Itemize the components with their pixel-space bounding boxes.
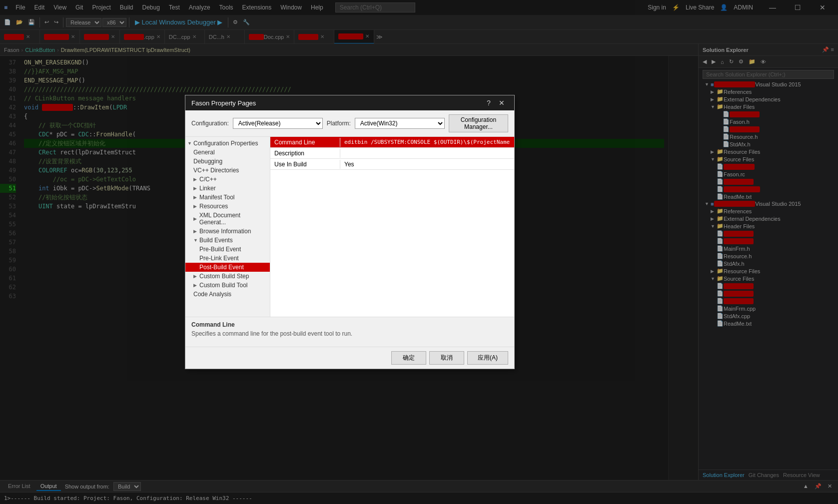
se-back-icon[interactable]: ◀ [701,57,709,66]
menu-view[interactable]: View [49,2,70,13]
se-item-headerfiles1[interactable]: ▼ 📁 Header Files [699,103,838,110]
toolbar-icon-save[interactable]: 💾 [26,18,37,26]
se-footer-tab-resview[interactable]: Resource View [783,472,820,478]
dialog-tree-codeanalysis[interactable]: Code Analysis [185,290,270,299]
toolbar-icon-new[interactable]: 📄 [2,18,13,26]
se-item-readme1[interactable]: 📄 ReadMe.txt [699,193,838,200]
dialog-tree-resources[interactable]: ▶ Resources [185,202,270,211]
dialog-prop-cmdline[interactable]: Command Line editbin /SUBSYSTEM:CONSOLE … [270,137,514,148]
se-item-solution2[interactable]: ▼ ■ xxxxxxxxxxxxxxx Visual Studio 2015 [699,200,838,207]
tab-close-8[interactable]: ✕ [365,33,369,39]
menu-file[interactable]: File [11,2,29,13]
live-share-label[interactable]: Live Share [686,4,714,11]
sign-in-label[interactable]: Sign in [648,4,666,11]
output-source-selector[interactable]: Build [113,482,141,491]
se-pin-icon[interactable]: 📌 [822,46,829,53]
toolbar-icon-misc2[interactable]: 🔧 [241,18,252,26]
title-search-input[interactable] [335,2,415,12]
dialog-prop-useinbuild[interactable]: Use In Build Yes [270,159,514,170]
tab-close-4[interactable]: ✕ [192,34,196,39]
se-item-hfiles2[interactable]: ▼ 📁 Header Files [699,222,838,230]
se-item-fasonh[interactable]: 📄 Fason.h [699,118,838,125]
tab-7[interactable]: xx✕ [294,30,334,44]
toolbar-icon-undo[interactable]: ↩ [42,18,51,26]
tab-close-2[interactable]: ✕ [111,34,115,39]
config-selector[interactable]: Release Debug [66,18,101,27]
se-item-mainfrm-h[interactable]: 📄 MainFrm.h [699,245,838,252]
se-item-stdafx[interactable]: 📄 StdAfx.h [699,140,838,148]
tab-5[interactable]: DC...h✕ [205,30,245,44]
output-pin-icon[interactable]: 📌 [813,482,824,491]
tab-close-0[interactable]: ✕ [26,34,30,39]
se-home-icon[interactable]: ⌂ [719,58,726,66]
se-item-stdafxcpp[interactable]: 📄 StdAfx.cpp [699,312,838,320]
dialog-tree-custombuildtool[interactable]: ▶ Custom Build Tool [185,281,270,290]
output-up-icon[interactable]: ▲ [801,482,811,491]
dialog-cancel-button[interactable]: 取消 [429,351,464,365]
menu-edit[interactable]: Edit [30,2,49,13]
se-item-extdep2[interactable]: ▶ 📁 External Dependencies [699,215,838,222]
run-debugger-button[interactable]: ▶ Local Windows Debugger ▶ [132,17,225,27]
se-item-h2b[interactable]: 📄 xxxxxxxx [699,237,838,245]
dialog-config-manager-button[interactable]: Configuration Manager... [449,114,508,132]
menu-extensions[interactable]: Extensions [238,2,276,13]
se-item-mainfrm-cpp[interactable]: 📄 MainFrm.cpp [699,305,838,312]
se-preview-icon[interactable]: 👁 [759,58,768,66]
toolbar-icon-misc1[interactable]: ⚙ [231,18,240,26]
se-item-h2a[interactable]: 📄 xxxxxxxx [699,230,838,237]
tab-1[interactable]: xx✕ [40,30,80,44]
toolbar-icon-redo[interactable]: ↪ [52,18,60,26]
se-item-stdafx2h[interactable]: 📄 StdAfx.h [699,260,838,267]
se-footer-tab-git[interactable]: Git Changes [749,472,779,478]
se-item-resourceh[interactable]: 📄 Resource.h [699,133,838,140]
tab-close-1[interactable]: ✕ [71,34,75,39]
tabs-overflow-button[interactable]: ≫ [374,33,385,40]
maximize-button[interactable]: ☐ [786,0,809,15]
se-forward-icon[interactable]: ▶ [710,57,718,66]
tab-8[interactable]: xx✕ [334,30,374,44]
output-tab-errors[interactable]: Error List [4,482,34,491]
se-item-src2c[interactable]: 📄 xxxxxxxx [699,297,838,305]
dialog-ok-button[interactable]: 确定 [391,351,426,365]
dialog-apply-button[interactable]: 应用(A) [467,351,508,365]
se-item-externaldeps1[interactable]: ▶ 📁 External Dependencies [699,95,838,103]
dialog-tree-prebuild[interactable]: Pre-Build Event [185,245,270,254]
dialog-prop-cmdline-value[interactable]: editbin /SUBSYSTEM:CONSOLE $(OUTDIR)\$(P… [340,138,514,146]
se-item-hfile2[interactable]: 📄 xxxxxxxx [699,125,838,133]
menu-analyze[interactable]: Analyze [185,2,214,13]
tab-close-7[interactable]: ✕ [320,34,324,39]
toolbar-icon-open[interactable]: 📂 [14,18,25,26]
property-pages-dialog[interactable]: Fason Property Pages ? ✕ Configuration: … [185,95,515,369]
dialog-tree-general[interactable]: General [185,148,270,157]
menu-git[interactable]: Git [71,2,87,13]
close-button[interactable]: ✕ [811,0,834,15]
dialog-platform-selector[interactable]: Active(Win32) Win32 x64 [355,118,445,129]
se-item-fasonrc[interactable]: 📄 Fason.rc [699,170,838,178]
dialog-config-selector[interactable]: Active(Release) Release Debug [233,118,323,129]
menu-build[interactable]: Build [116,2,137,13]
dialog-tree-prelink[interactable]: Pre-Link Event [185,254,270,263]
dialog-tree-manifest[interactable]: ▶ Manifest Tool [185,193,270,202]
dialog-tree-debugging[interactable]: Debugging [185,157,270,166]
tab-close-6[interactable]: ✕ [286,34,290,39]
se-item-src2a[interactable]: 📄 xxxxxxxx [699,282,838,290]
se-item-references1[interactable]: ▶ 📁 References [699,88,838,95]
tab-close-5[interactable]: ✕ [226,34,230,39]
se-filter-icon[interactable]: ⚙ [737,57,746,66]
menu-tools[interactable]: Tools [215,2,237,13]
output-tab-output[interactable]: Output [36,482,61,491]
dialog-prop-desc-value[interactable] [340,152,514,154]
tab-4[interactable]: DC...cpp✕ [165,30,205,44]
dialog-tree-custombuildstep[interactable]: ▶ Custom Build Step [185,272,270,281]
dialog-tree-xml[interactable]: ▶ XML Document Generat... [185,211,270,227]
menu-test[interactable]: Test [165,2,184,13]
se-more-icon[interactable]: ≡ [831,46,834,53]
se-item-resfiles1[interactable]: ▶ 📁 Resource Files [699,148,838,155]
tab-2[interactable]: xx✕ [80,30,120,44]
tab-6[interactable]: xxDoc.cpp✕ [245,30,294,44]
se-item-src2b[interactable]: 📄 xxxxxxxx [699,290,838,297]
dialog-help-icon[interactable]: ? [482,96,495,109]
menu-debug[interactable]: Debug [138,2,163,13]
tab-3[interactable]: xx.cpp✕ [120,30,165,44]
se-item-solution1[interactable]: ▼ ■ xxxxxxxxxxxxxxx Visual Studio 2015 [699,81,838,88]
